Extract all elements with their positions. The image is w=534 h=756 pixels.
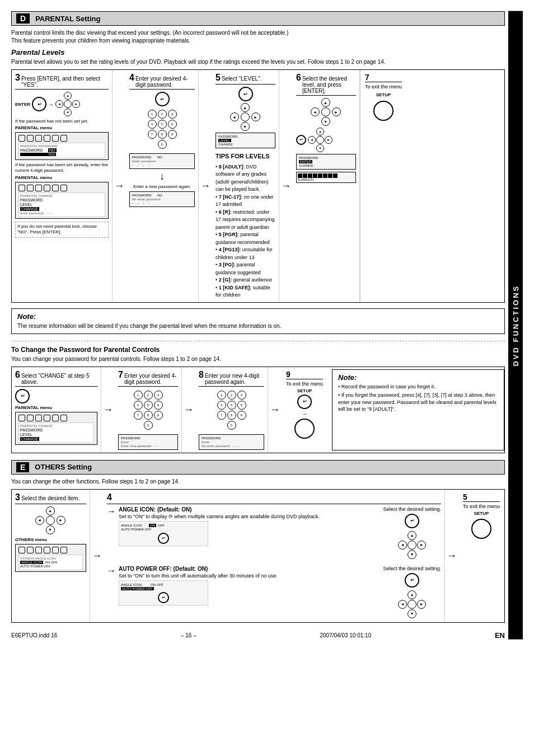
parental-steps-row: 3 Press [ENTER], and then select "YES". …: [11, 69, 505, 303]
section-e-letter: E: [16, 462, 29, 472]
arrow-others-4-5: →: [445, 490, 458, 622]
step5-num: 5: [216, 73, 221, 83]
enter-icon-step4: ↩: [155, 92, 170, 106]
step6-num: 6: [296, 73, 301, 83]
arrow-change-8-9: →: [268, 367, 282, 453]
step4-title: Enter your desired 4-digit password.: [135, 76, 195, 88]
keypad-step4: 123 456 789 0: [148, 110, 177, 149]
section-d-header: D PARENTAL Setting: [11, 11, 505, 26]
keypad-change7: 123 456 789 0: [134, 391, 163, 430]
arrow-others-3-4: →: [90, 490, 104, 622]
enter-icon-change6: ↩: [15, 389, 30, 403]
password-screen-step5: PASSWORD LEVEL CHANGE: [216, 133, 275, 148]
dvd-functions-sidebar: DVD FUNCTIONS: [508, 11, 523, 640]
parental-menu-mock-1: PARENTAL PASSWORD PASSWORD NO YES: [15, 132, 109, 160]
pw-screen-change8: PASSWORD Enter Re-enter password - - - -: [199, 434, 264, 450]
change-note-box: Note: • Record the password in case you …: [332, 369, 504, 450]
arrow-change-7-8: →: [182, 367, 195, 453]
footer-date: 2007/04/03 10:01:10: [320, 632, 371, 638]
page-number: – 16 –: [181, 632, 196, 638]
change-step8-num: 8: [199, 370, 204, 380]
arrow-5-6: →: [279, 70, 293, 302]
arrow-change-6-7: →: [101, 367, 115, 453]
step-6: 6 Select the desired level, and press [E…: [293, 70, 360, 302]
section-e-header: E OTHERS Setting: [11, 460, 505, 475]
tips-box: TIPS FOR LEVELS • 8 [ADULT]: DVD softwar…: [216, 152, 275, 299]
step-3: 3 Press [ENTER], and then select "YES". …: [12, 70, 113, 302]
password-screen-reenter: PASSWORDNO Re-enter password - - - -: [129, 191, 195, 207]
change-step8-title: Enter your new 4-digit password again.: [205, 373, 264, 385]
language: EN: [495, 631, 505, 640]
arrow-4-5: →: [199, 70, 212, 302]
page-footer: E6EPTUO.indd 16 – 16 – 2007/04/03 10:01:…: [11, 631, 505, 640]
enter-icon-angle-select: ↩: [405, 514, 419, 528]
parental-levels-desc: Parental level allows you to set the rat…: [11, 58, 505, 66]
others-step4-num: 4: [107, 492, 112, 503]
enter-icon-step3: ↩: [32, 97, 46, 111]
step3-title: Press [ENTER], and then select "YES".: [21, 76, 109, 88]
pw-screen-change7: PASSWORD Enter Enter new password - - - …: [118, 434, 178, 450]
change-step-6: 6 Select "CHANGE" at step 5 above. ↩ PAR…: [12, 367, 101, 453]
enter-icon-change9-pre: ↩: [297, 395, 312, 409]
dotted-divider: [11, 341, 505, 341]
step4-num: 4: [129, 73, 134, 83]
change-pw-desc: You can change your password for parenta…: [11, 355, 505, 363]
re-enter-note: Enter a new password again.: [133, 184, 191, 190]
section-d-letter: D: [16, 13, 30, 24]
password-screen-step6: PASSWORD ENTER CHANGE: [296, 154, 356, 170]
others-steps-row: 3 Select the desired item. ▲ ◄► ▼ OTHERS…: [11, 489, 505, 623]
change-step-7: 7 Enter your desired 4-digit password. 1…: [115, 367, 182, 453]
setup-button-change9[interactable]: [294, 419, 315, 439]
section-d-desc: Parental control limits the disc viewing…: [11, 29, 505, 45]
step3-set-note: If the password has been set already, en…: [15, 162, 109, 174]
step-5: 5 Select "LEVEL". ↩ ▲ ◄► ▼ PASSWORD LEVE…: [212, 70, 279, 302]
section-e: E OTHERS Setting You can change the othe…: [11, 460, 505, 623]
change-pw-steps-row: 6 Select "CHANGE" at step 5 above. ↩ PAR…: [11, 367, 505, 453]
arrow-3-4: →: [113, 70, 126, 302]
enter-icon-step5: ↩: [238, 87, 253, 101]
parental-levels-title: Parental Levels: [11, 48, 505, 57]
step5-title: Select "LEVEL".: [222, 76, 262, 82]
others-step3-num: 3: [15, 492, 20, 503]
down-arrow: ↓: [160, 171, 165, 182]
change-step6-num: 6: [15, 370, 20, 380]
section-e-title: OTHERS Setting: [35, 463, 92, 471]
angle-screen: ANGLE ICON ON OFF AUTO POWER OFF ↩: [119, 521, 208, 546]
others-step-3: 3 Select the desired item. ▲ ◄► ▼ OTHERS…: [12, 490, 90, 622]
section-d-title: PARENTAL Setting: [35, 15, 100, 23]
auto-screen: ANGLE ICON ON OFF AUTO POWER OFF ↩: [119, 580, 208, 605]
parental-note-box: Note: The resume information will be cle…: [11, 308, 505, 334]
step-7-exit: 7 To exit the menu SETUP: [360, 70, 406, 302]
password-screen-step4: PASSWORDNO Enter password - - - -: [129, 153, 195, 169]
step3-num: 3: [15, 73, 20, 83]
others-step3-title: Select the desired item.: [21, 495, 80, 501]
step3-no-pw-note: If the password has not been set yet.: [15, 119, 109, 124]
keypad-change8: 123 456 789 0: [217, 391, 246, 430]
change-pw-title: To Change the Password for Parental Cont…: [11, 346, 505, 354]
others-step-5: 5 To exit the menu SETUP: [458, 490, 504, 622]
setup-button-step7[interactable]: [373, 101, 394, 121]
section-e-desc: You can change the other functions. Foll…: [11, 478, 505, 486]
enter-angle: ↩: [158, 533, 169, 544]
others-step-4: 4 → ANGLE ICON: (Default: ON) Set to "ON…: [104, 490, 445, 622]
enter-icon-auto-select: ↩: [405, 573, 419, 588]
step6-title: Select the desired level, and press [ENT…: [302, 76, 356, 94]
change-step7-title: Enter your desired 4-digit password.: [124, 373, 178, 385]
others-menu-mock: OTHERS ANGLE ICON ANGLE ICONONOFF AUTO P…: [15, 544, 86, 572]
change-step7-num: 7: [118, 370, 123, 380]
level-indicator: 8 (ADULT): [296, 172, 356, 183]
footer-file: E6EPTUO.indd 16: [11, 632, 57, 638]
change-step-9: 9 To exit the menu SETUP ↩ →: [282, 367, 327, 453]
parental-menu-mock-change: PARENTAL CHANGE PASSWORD LEVEL CHANGE: [15, 412, 97, 445]
parental-menu-mock-2: PARENTAL CHANGE PASSWORD LEVEL CHANGE En…: [15, 182, 109, 219]
step-4: 4 Enter your desired 4-digit password. ↩…: [126, 70, 199, 302]
enter-icon-step6: ↩: [296, 135, 306, 145]
change-step-8: 8 Enter your new 4-digit password again.…: [195, 367, 268, 453]
change-step6-title: Select "CHANGE" at step 5 above.: [21, 373, 97, 385]
setup-button-others5[interactable]: [471, 519, 491, 539]
step3-no-parental-note: If you do not need parental lock, choose…: [15, 222, 109, 238]
enter-auto: ↩: [158, 592, 169, 603]
